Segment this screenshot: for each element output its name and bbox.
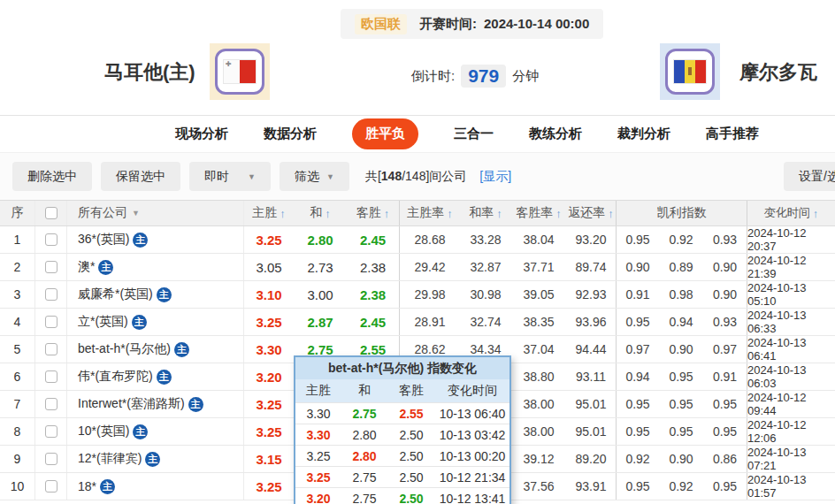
company-cell[interactable]: 12*(菲律宾)主: [67, 446, 244, 472]
company-name[interactable]: 伟*(直布罗陀): [78, 369, 153, 385]
sort-up-icon: ↑: [608, 207, 614, 220]
col-away-rate[interactable]: 客胜率↑: [511, 201, 566, 225]
draw-rate: 30.98: [460, 281, 511, 308]
popup-away-odds: 2.50: [387, 488, 435, 504]
chevron-down-icon: ▼: [248, 172, 256, 181]
delete-selected-button[interactable]: 删除选中: [12, 162, 92, 191]
away-rate: 37.04: [511, 336, 566, 363]
kelly-draw: 0.92: [659, 226, 703, 253]
col-company[interactable]: 所有公司▼: [67, 201, 244, 225]
chevron-down-icon: ▼: [132, 209, 140, 218]
col-return-rate[interactable]: 返还率↑: [566, 201, 617, 225]
return-rate: 95.01: [566, 391, 617, 417]
match-info-bar: 欧国联 开赛时间: 2024-10-14 00:00: [341, 9, 603, 39]
row-checkbox[interactable]: [45, 288, 57, 301]
company-cell[interactable]: 伟*(直布罗陀)主: [67, 363, 244, 390]
company-cell[interactable]: 10*(英国)主: [67, 418, 244, 445]
tab-教练分析[interactable]: 教练分析: [529, 126, 582, 142]
select-all-cell: [35, 201, 67, 225]
main-company-badge-icon: 主: [145, 452, 160, 467]
away-rate: 38.00: [511, 391, 566, 417]
row-checkbox[interactable]: [45, 370, 57, 383]
company-name[interactable]: 10*(英国): [78, 424, 129, 439]
away-team-name: 摩尔多瓦: [739, 59, 817, 86]
company-name[interactable]: 澳*: [78, 259, 95, 275]
away-rate: 39.12: [511, 446, 566, 472]
kelly-away: 0.86: [703, 446, 747, 472]
away-rate: 37.56: [511, 473, 566, 500]
row-checkbox[interactable]: [45, 480, 57, 493]
popup-home-odds: 3.25: [295, 446, 341, 466]
company-name[interactable]: 12*(菲律宾): [78, 451, 142, 467]
away-odds: 2.45: [347, 226, 400, 253]
countdown-label: 倒计时:: [411, 68, 455, 85]
keep-selected-button[interactable]: 保留选中: [101, 162, 180, 191]
company-cell[interactable]: 立*(英国)主: [67, 309, 244, 335]
tab-胜平负[interactable]: 胜平负: [352, 118, 418, 149]
toolbar: 删除选中 保留选中 即时 ▼ 筛选 ▼ 共[148/148]间公司 [显示] 设…: [0, 152, 835, 200]
company-name[interactable]: bet-at-h*(马尔他): [78, 341, 171, 357]
row-checkbox[interactable]: [45, 316, 57, 328]
col-home-odds[interactable]: 主胜↑: [244, 201, 294, 225]
time-mode-dropdown[interactable]: 即时 ▼: [189, 162, 271, 191]
main-company-badge-icon: 主: [157, 370, 172, 385]
company-name[interactable]: 18*: [78, 479, 96, 493]
popup-home-odds: 3.30: [295, 424, 341, 445]
tab-数据分析[interactable]: 数据分析: [264, 126, 317, 142]
kelly-away: 0.97: [703, 336, 747, 363]
sort-up-icon: ↑: [813, 207, 819, 220]
return-rate: 89.74: [566, 254, 617, 280]
company-name[interactable]: Interwet*(塞浦路斯): [78, 396, 185, 412]
col-home-rate[interactable]: 主胜率↑: [400, 201, 460, 225]
popup-row: 3.252.802.5010-13 00:20: [295, 445, 509, 466]
company-name[interactable]: 立*(英国): [78, 314, 128, 330]
company-cell[interactable]: Interwet*(塞浦路斯)主: [67, 391, 244, 417]
malta-flag-icon: [224, 60, 256, 83]
company-cell[interactable]: 18*主: [67, 473, 244, 500]
filter-dropdown[interactable]: 筛选 ▼: [280, 162, 349, 191]
tab-裁判分析[interactable]: 裁判分析: [617, 126, 670, 142]
main-company-badge-icon: 主: [174, 342, 189, 357]
sort-up-icon: ↑: [384, 207, 390, 220]
row-checkbox[interactable]: [45, 261, 57, 273]
row-checkbox[interactable]: [45, 425, 57, 438]
tab-三合一[interactable]: 三合一: [454, 126, 494, 142]
home-odds: 3.25: [244, 391, 294, 417]
company-cell[interactable]: 36*(英国)主: [67, 226, 244, 253]
company-cell[interactable]: 威廉希*(英国)主: [67, 281, 244, 308]
return-rate: 93.20: [566, 226, 617, 253]
tab-现场分析[interactable]: 现场分析: [175, 126, 228, 142]
start-time-label: 开赛时间:: [419, 16, 477, 33]
popup-draw-odds: 2.80: [341, 424, 387, 445]
show-link[interactable]: [显示]: [479, 169, 511, 185]
home-odds: 3.30: [244, 336, 294, 363]
table-row[interactable]: 3威廉希*(英国)主3.103.002.3829.9830.9839.0592.…: [0, 281, 835, 309]
settings-button[interactable]: 设置/选: [784, 162, 835, 191]
tab-高手推荐[interactable]: 高手推荐: [706, 126, 759, 142]
away-rate: 38.04: [511, 226, 566, 253]
row-checkbox[interactable]: [45, 398, 57, 410]
company-name[interactable]: 威廉希*(英国): [78, 286, 153, 302]
kelly-home: 0.90: [617, 254, 659, 280]
kelly-home: 0.95: [617, 226, 659, 253]
company-cell[interactable]: bet-at-h*(马尔他)主: [67, 336, 244, 363]
company-cell[interactable]: 澳*主: [67, 254, 244, 280]
table-row[interactable]: 2澳*主3.052.732.3829.4232.8737.7189.740.90…: [0, 254, 835, 281]
row-index: 1: [0, 226, 35, 253]
table-row[interactable]: 136*(英国)主3.252.802.4528.6833.2838.0493.2…: [0, 226, 835, 254]
row-checkbox-cell: [35, 446, 67, 472]
col-draw-rate[interactable]: 和率↑: [460, 201, 511, 225]
col-change-time[interactable]: 变化时间↑: [747, 201, 835, 225]
select-all-checkbox[interactable]: [45, 207, 57, 219]
row-checkbox[interactable]: [45, 233, 57, 246]
row-checkbox[interactable]: [45, 343, 57, 355]
company-name[interactable]: 36*(英国): [78, 232, 129, 248]
away-rate: 39.05: [511, 281, 566, 308]
row-checkbox[interactable]: [45, 453, 57, 465]
away-flag-frame: [665, 49, 715, 95]
start-time-value: 2024-10-14 00:00: [484, 16, 589, 33]
col-away-odds[interactable]: 客胜↑: [347, 201, 400, 225]
popup-away-odds: 2.55: [387, 403, 435, 424]
table-row[interactable]: 4立*(英国)主3.252.872.4528.9132.7438.3593.96…: [0, 309, 835, 336]
col-draw-odds[interactable]: 和↑: [294, 201, 347, 225]
